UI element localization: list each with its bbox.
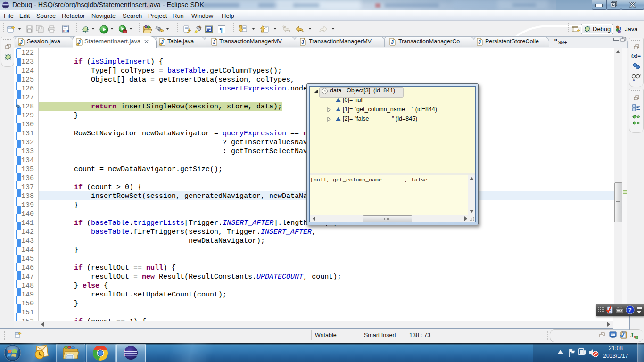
svg-text:J: J	[630, 331, 634, 338]
svg-text:J: J	[478, 39, 481, 45]
svg-text:J: J	[213, 39, 215, 45]
svg-text:J: J	[301, 39, 304, 45]
svg-text:010: 010	[63, 29, 69, 33]
svg-text:J: J	[391, 39, 394, 45]
svg-text:?: ?	[628, 307, 632, 313]
svg-text:¶: ¶	[220, 26, 223, 33]
svg-text:x=: x=	[633, 78, 637, 81]
